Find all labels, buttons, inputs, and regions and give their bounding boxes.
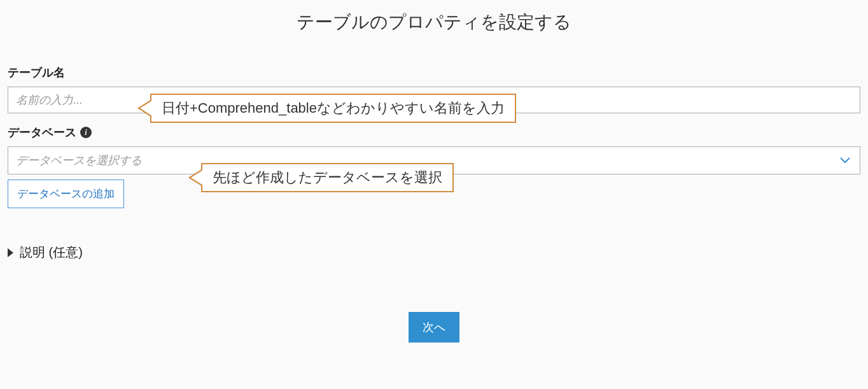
info-icon[interactable]: i <box>80 127 92 138</box>
database-label-text: データベース <box>8 125 76 140</box>
page-title: テーブルのプロパティを設定する <box>8 10 860 34</box>
callout-table-name: 日付+Comprehend_tableなどわかりやすい名前を入力 <box>150 94 516 123</box>
add-database-button[interactable]: データベースの追加 <box>8 180 124 208</box>
callout-database: 先ほど作成したデータベースを選択 <box>201 163 454 192</box>
description-toggle[interactable]: 説明 (任意) <box>8 244 860 261</box>
caret-right-icon <box>8 248 13 257</box>
description-label: 説明 (任意) <box>20 244 83 261</box>
table-name-label: テーブル名 <box>8 65 860 80</box>
next-button[interactable]: 次へ <box>409 312 459 343</box>
database-label: データベース i <box>8 125 860 140</box>
